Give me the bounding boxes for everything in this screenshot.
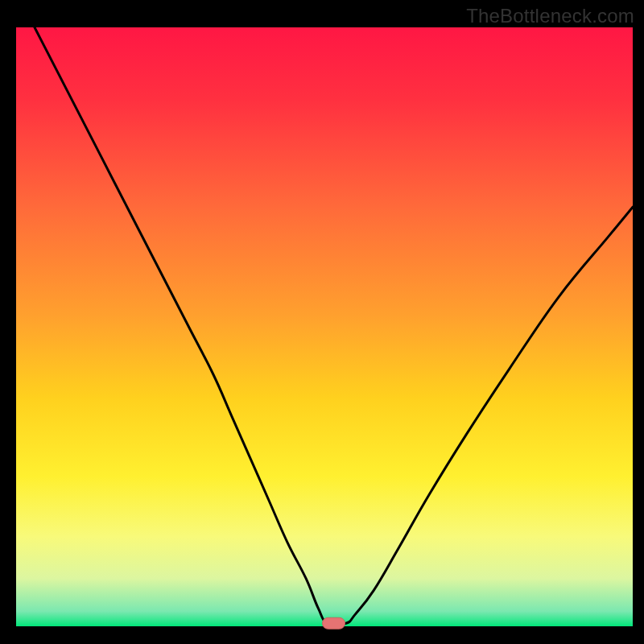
minimum-marker	[322, 617, 345, 629]
chart-area: TheBottleneck.com	[0, 0, 644, 644]
watermark-text: TheBottleneck.com	[466, 5, 634, 27]
plot-background	[16, 27, 633, 626]
chart-svg	[0, 0, 644, 644]
